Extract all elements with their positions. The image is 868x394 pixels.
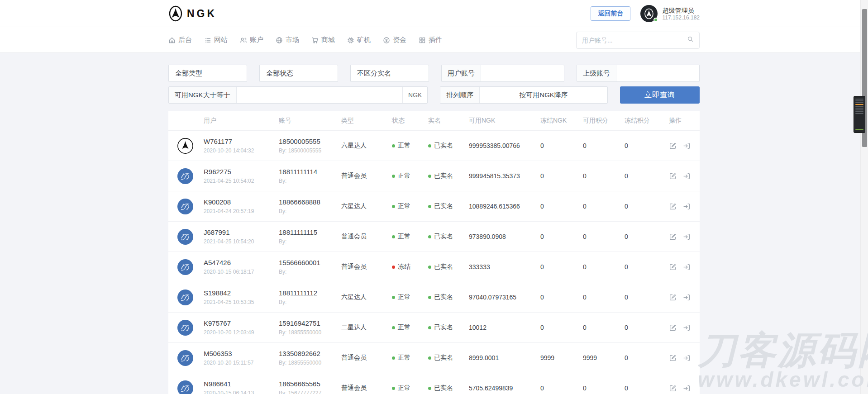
- frozen-ngk: 0: [540, 203, 583, 210]
- login-as-icon[interactable]: [683, 385, 691, 392]
- status-text: 正常: [398, 384, 410, 392]
- status-text: 正常: [398, 172, 410, 180]
- globe-icon: [276, 37, 283, 44]
- type-select[interactable]: 全部类型: [168, 65, 247, 82]
- available-points: 9999: [583, 354, 625, 361]
- frozen-points: 0: [625, 142, 669, 149]
- login-as-icon[interactable]: [683, 354, 691, 362]
- status-dot: [392, 266, 395, 269]
- ngk-gte-input[interactable]: [237, 87, 403, 103]
- header-frozen-points: 冻结积分: [625, 117, 669, 125]
- edit-icon[interactable]: [669, 294, 677, 301]
- realname-cell: 已实名: [428, 323, 469, 332]
- available-ngk: 5705.62499839: [469, 385, 540, 392]
- frozen-points: 0: [625, 324, 669, 331]
- actions-cell: [669, 354, 700, 362]
- frozen-points: 0: [625, 172, 669, 180]
- edit-icon[interactable]: [669, 233, 677, 241]
- referrer: By: 18855550000: [279, 359, 341, 366]
- available-ngk: 333333: [469, 263, 540, 271]
- available-ngk: 973890.0908: [469, 233, 540, 240]
- username: J687991: [204, 228, 279, 237]
- realname-select[interactable]: 不区分实名: [350, 65, 429, 82]
- actions-cell: [669, 172, 700, 180]
- referrer: By:: [279, 268, 341, 275]
- user-cell: K975767 2020-10-20 12:03:49: [204, 319, 279, 336]
- status-select[interactable]: 全部状态: [259, 65, 338, 82]
- coin-icon: [383, 37, 390, 44]
- search-icon[interactable]: [687, 36, 694, 44]
- row-avatar: [177, 350, 193, 366]
- login-as-icon[interactable]: [683, 263, 691, 271]
- created-time: 2020-10-20 12:03:49: [204, 329, 279, 336]
- row-avatar: [177, 229, 193, 245]
- nav-item-website[interactable]: 网站: [204, 36, 228, 44]
- nav-item-account[interactable]: 账户: [240, 36, 263, 44]
- available-points: 0: [583, 172, 625, 180]
- created-time: 2020-10-20 15:11:57: [204, 359, 279, 366]
- realname-text: 已实名: [434, 384, 453, 392]
- status-text: 冻结: [398, 263, 410, 271]
- minimap-widget[interactable]: [854, 96, 865, 133]
- login-as-icon[interactable]: [683, 324, 691, 332]
- frozen-points: 0: [625, 385, 669, 392]
- order-select[interactable]: 按可用NGK降序: [480, 91, 607, 100]
- status-dot: [392, 144, 395, 147]
- realname-dot: [428, 205, 431, 208]
- available-points: 0: [583, 263, 625, 271]
- nav-item-market[interactable]: 市场: [276, 36, 299, 44]
- edit-icon[interactable]: [669, 324, 677, 332]
- login-as-icon[interactable]: [683, 172, 691, 180]
- realname-cell: 已实名: [428, 263, 469, 271]
- header-user: 用户: [204, 117, 279, 125]
- nav-item-plugins[interactable]: 插件: [419, 36, 442, 44]
- watermark: 刀客源码网 www.dkewl.com: [698, 330, 868, 391]
- account-search-box[interactable]: [576, 32, 700, 49]
- account-number: 15566660001: [279, 258, 341, 267]
- edit-icon[interactable]: [669, 142, 677, 150]
- status-dot: [392, 205, 395, 208]
- created-time: 2020-10-15 06:14:13: [204, 389, 279, 394]
- search-input[interactable]: [582, 37, 687, 44]
- login-as-icon[interactable]: [683, 294, 691, 301]
- status-text: 正常: [398, 293, 410, 301]
- user-account-input[interactable]: [481, 65, 564, 81]
- table-header: 用户 账号 类型 状态 实名 可用NGK 冻结NGK 可用积分 冻结积分 操作: [168, 111, 700, 130]
- admin-info[interactable]: 超级管理员 117.152.16.182: [640, 5, 700, 22]
- actions-cell: [669, 263, 700, 271]
- back-to-front-button[interactable]: 返回前台: [591, 6, 630, 21]
- login-as-icon[interactable]: [683, 233, 691, 241]
- username: W761177: [204, 137, 279, 146]
- referrer: By: 18500005555: [279, 147, 341, 154]
- scrollbar-track[interactable]: [860, 0, 868, 394]
- login-as-icon[interactable]: [683, 142, 691, 150]
- realname-dot: [428, 296, 431, 299]
- admin-avatar: [640, 5, 658, 22]
- nav-item-miner[interactable]: 矿机: [347, 36, 371, 44]
- parent-account-input[interactable]: [616, 65, 699, 81]
- user-cell: J687991 2021-04-25 10:54:20: [204, 228, 279, 245]
- ngk-gte-label: 可用NGK大于等于: [169, 87, 237, 103]
- grid-icon: [419, 37, 426, 44]
- brand-logo: NGK: [168, 5, 217, 22]
- nav-item-funds[interactable]: 资金: [383, 36, 406, 44]
- login-as-icon[interactable]: [683, 203, 691, 210]
- query-button[interactable]: 立即查询: [620, 86, 700, 104]
- available-points: 0: [583, 324, 625, 331]
- watermark-line1: 刀客源码网: [698, 330, 868, 370]
- actions-cell: [669, 203, 700, 210]
- edit-icon[interactable]: [669, 172, 677, 180]
- edit-icon[interactable]: [669, 203, 677, 210]
- status-text: 正常: [398, 354, 410, 362]
- cpu-icon: [347, 37, 354, 44]
- referrer: By:: [279, 299, 341, 306]
- member-type: 普通会员: [341, 384, 392, 392]
- nav-item-mall[interactable]: 商城: [311, 36, 335, 44]
- edit-icon[interactable]: [669, 263, 677, 271]
- edit-icon[interactable]: [669, 385, 677, 392]
- account-cell: 18811111112 By:: [279, 289, 341, 306]
- actions-cell: [669, 294, 700, 301]
- nav-item-backend[interactable]: 后台: [168, 36, 192, 44]
- edit-icon[interactable]: [669, 354, 677, 362]
- ngk-suffix: NGK: [402, 87, 427, 103]
